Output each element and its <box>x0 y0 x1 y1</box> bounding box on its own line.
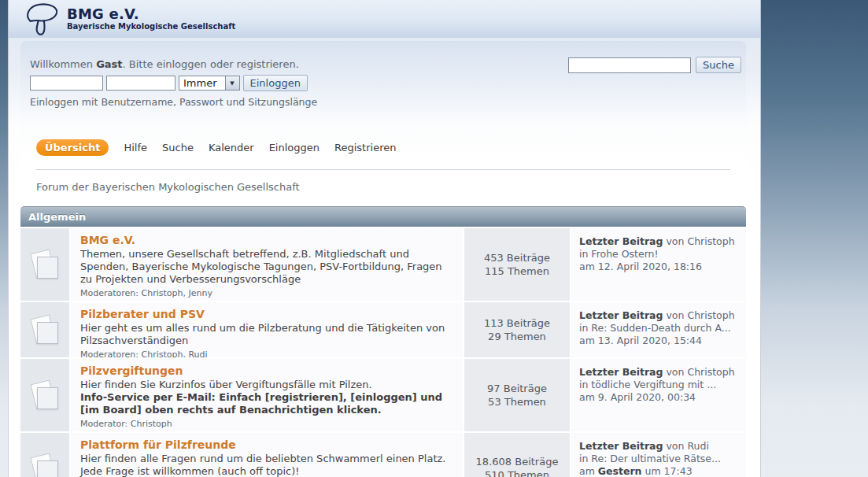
guest-login-area: Willkommen Gast. Bitte einloggen oder re… <box>20 41 746 108</box>
board-title-link[interactable]: Plattform für Pilzfreunde <box>80 438 453 451</box>
board-topics-count: 53 Themen <box>488 395 546 409</box>
board-topics-count: 510 Themen <box>485 468 549 477</box>
lastpost-label: Letzter Beitrag <box>579 235 663 247</box>
dropdown-arrow-icon[interactable]: ▼ <box>225 76 239 90</box>
site-subtitle: Bayerische Mykologische Gesellschaft <box>67 22 235 31</box>
nav-tab-uebersicht[interactable]: Übersicht <box>36 139 109 156</box>
lastpost-author: von Christoph <box>663 309 734 321</box>
search-form: Suche <box>568 57 741 73</box>
board-title-link[interactable]: Pilzberater und PSV <box>80 308 453 320</box>
board-description-text: Themen, unsere Gesellschaft betreffend, … <box>80 248 442 285</box>
lastpost-date: 13. April 2020, 15:44 <box>598 335 702 346</box>
welcome-suffix: . Bitte einloggen oder registrieren. <box>123 58 299 70</box>
site-header: BMG e.V. Bayerische Mykologische Gesells… <box>9 0 760 38</box>
board-pages-icon <box>31 378 59 412</box>
board-lastpost-cell: Letzter Beitrag von Rudi in Re: Der ulti… <box>571 433 746 477</box>
board-lastpost-cell: Letzter Beitrag von Christoph in Re: Sud… <box>571 302 746 357</box>
board-topics-count: 29 Themen <box>488 330 546 343</box>
board-description-text: Hier finden alle Fragen rund um die beli… <box>80 453 445 477</box>
board-description-bold: Info-Service per E-Mail: Einfach [regist… <box>80 391 453 416</box>
nav-divider <box>36 169 730 170</box>
lastpost-subject-link[interactable]: in Re: Der ultimative Rätse... <box>579 453 721 464</box>
board-moderators: Moderatoren: Christoph, Jenny <box>80 288 453 298</box>
board-pages-icon <box>31 312 59 347</box>
board-moderators: Moderator: Christoph <box>80 419 453 429</box>
welcome-username: Gast <box>96 58 122 70</box>
board-description: Hier finden Sie Kurzinfos über Vergiftun… <box>80 379 453 416</box>
board-stats-cell: 97 Beiträge 53 Themen <box>464 359 570 431</box>
board-title-link[interactable]: BMG e.V. <box>80 234 453 246</box>
session-length-select[interactable]: Immer ▼ <box>179 76 240 91</box>
site-title: BMG e.V. <box>67 7 235 21</box>
nav-tab-registrieren[interactable]: Registrieren <box>334 142 396 153</box>
board-stats-cell: 453 Beiträge 115 Themen <box>464 228 570 301</box>
lastpost-date: um 17:43 <box>642 465 693 477</box>
lastpost-date-strong: Gestern <box>598 465 642 477</box>
board-description: Hier finden alle Fragen rund um die beli… <box>80 453 453 477</box>
board-icon-cell <box>20 433 69 477</box>
board-row: Pilzvergiftungen Hier finden Sie Kurzinf… <box>20 359 746 431</box>
lastpost-label: Letzter Beitrag <box>579 366 663 378</box>
site-logo: BMG e.V. Bayerische Mykologische Gesells… <box>23 1 235 37</box>
lastpost-subject-link[interactable]: in Frohe Ostern! <box>579 248 659 260</box>
board-info-cell: Plattform für Pilzfreunde Hier finden al… <box>71 433 463 477</box>
lastpost-subject-link[interactable]: in tödliche Vergiftung mit ... <box>579 379 716 390</box>
nav-tab-kalender[interactable]: Kalender <box>209 142 254 153</box>
board-info-cell: Pilzvergiftungen Hier finden Sie Kurzinf… <box>71 359 463 431</box>
board-row: Pilzberater und PSV Hier geht es um alle… <box>20 302 746 357</box>
board-info-cell: Pilzberater und PSV Hier geht es um alle… <box>71 302 463 357</box>
board-icon-cell <box>20 228 69 301</box>
lastpost-date-prefix: am <box>579 261 598 272</box>
chevron-up-icon[interactable] <box>722 9 740 20</box>
board-lastpost-cell: Letzter Beitrag von Christoph in tödlich… <box>571 359 746 431</box>
quick-login-form: Immer ▼ Einloggen <box>30 75 746 91</box>
password-input[interactable] <box>106 76 175 91</box>
lastpost-subject-link[interactable]: in Re: Sudden-Death durch A... <box>579 322 731 334</box>
board-row: BMG e.V. Themen, unsere Gesellschaft bet… <box>20 228 746 301</box>
main-nav: Übersicht Hilfe Suche Kalender Einloggen… <box>36 139 746 156</box>
board-description-text: Hier finden Sie Kurzinfos über Vergiftun… <box>80 379 372 390</box>
lastpost-date-prefix: am <box>579 465 598 477</box>
board-icon-cell <box>20 302 69 357</box>
board-row: Plattform für Pilzfreunde Hier finden al… <box>20 433 746 477</box>
board-lastpost-cell: Letzter Beitrag von Christoph in Frohe O… <box>571 228 746 301</box>
login-button[interactable]: Einloggen <box>243 75 308 91</box>
board-description-text: Hier geht es um alles rund um die Pilzbe… <box>80 322 445 346</box>
lastpost-date-prefix: am <box>579 391 598 403</box>
board-posts-count: 453 Beiträge <box>484 251 550 264</box>
board-list: BMG e.V. Themen, unsere Gesellschaft bet… <box>20 228 746 477</box>
forum-page: BMG e.V. Bayerische Mykologische Gesells… <box>8 0 761 477</box>
board-info-cell: BMG e.V. Themen, unsere Gesellschaft bet… <box>71 228 463 301</box>
username-input[interactable] <box>30 76 103 91</box>
board-posts-count: 18.608 Beiträge <box>476 455 559 468</box>
lastpost-label: Letzter Beitrag <box>579 309 663 321</box>
lastpost-author: von Christoph <box>663 366 734 378</box>
lastpost-label: Letzter Beitrag <box>579 440 663 452</box>
lastpost-author: von Christoph <box>663 235 734 247</box>
nav-tab-einloggen[interactable]: Einloggen <box>269 142 319 153</box>
welcome-prefix: Willkommen <box>30 58 96 70</box>
lastpost-date: 12. April 2020, 18:16 <box>598 261 702 272</box>
category-header[interactable]: Allgemein <box>20 206 746 227</box>
board-stats-cell: 18.608 Beiträge 510 Themen <box>464 433 570 477</box>
nav-tab-suche[interactable]: Suche <box>162 142 194 153</box>
board-posts-count: 97 Beiträge <box>487 382 547 395</box>
board-moderators: Moderatoren: Christoph, Rudi <box>80 349 453 357</box>
board-icon-cell <box>20 359 69 431</box>
search-button[interactable]: Suche <box>696 57 741 73</box>
lastpost-author: von Rudi <box>663 440 708 452</box>
lastpost-date-prefix: am <box>579 335 598 346</box>
board-title-link[interactable]: Pilzvergiftungen <box>80 364 453 377</box>
session-length-value: Immer <box>179 76 225 90</box>
breadcrumb[interactable]: Forum der Bayerischen Mykologischen Gese… <box>36 181 746 193</box>
board-posts-count: 113 Beiträge <box>484 316 550 330</box>
nav-tab-hilfe[interactable]: Hilfe <box>124 142 147 153</box>
board-description: Themen, unsere Gesellschaft betreffend, … <box>80 248 453 286</box>
lastpost-date: 9. April 2020, 00:34 <box>598 391 696 403</box>
board-stats-cell: 113 Beiträge 29 Themen <box>464 302 570 357</box>
board-topics-count: 115 Themen <box>485 264 549 278</box>
board-pages-icon <box>31 451 59 477</box>
board-description: Hier geht es um alles rund um die Pilzbe… <box>80 322 453 347</box>
mushroom-logo-icon <box>23 1 62 37</box>
search-input[interactable] <box>568 57 691 73</box>
